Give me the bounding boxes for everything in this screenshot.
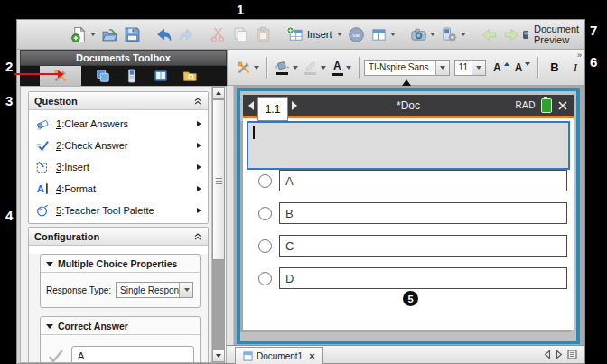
angle-mode-indicator: RAD bbox=[515, 100, 536, 110]
radio-button[interactable] bbox=[258, 272, 272, 285]
chevron-down-icon bbox=[90, 33, 96, 36]
question-text-box[interactable] bbox=[247, 121, 570, 170]
text-color-button[interactable]: A bbox=[329, 56, 354, 79]
handheld-preview-icon bbox=[523, 28, 529, 42]
copy-icon bbox=[232, 26, 249, 43]
page-tab[interactable]: 1.1 bbox=[257, 97, 288, 121]
insert-button[interactable]: Insert bbox=[284, 23, 345, 46]
variables-button[interactable]: var bbox=[345, 23, 368, 46]
undo-icon bbox=[155, 26, 173, 43]
toolbar-collapse-arrow[interactable] bbox=[402, 79, 411, 86]
tab-handheld[interactable] bbox=[125, 69, 139, 83]
correct-answer-input[interactable]: A bbox=[71, 346, 194, 363]
chevron-down-icon bbox=[440, 66, 445, 70]
document-tab[interactable]: Document1 × bbox=[235, 347, 323, 364]
documents-toolbox-header: Documents Toolbox bbox=[20, 50, 227, 86]
answer-text-box[interactable]: A bbox=[279, 170, 567, 191]
font-family-dropdown-button[interactable] bbox=[435, 61, 449, 75]
answer-text-box[interactable]: B bbox=[279, 202, 567, 224]
paint-bucket-icon bbox=[275, 60, 290, 75]
document-tools-button[interactable] bbox=[234, 56, 262, 79]
scrollbar-thumb[interactable] bbox=[212, 99, 225, 260]
question-panel-title: Question bbox=[34, 96, 193, 107]
page-layout-button[interactable] bbox=[368, 23, 398, 46]
font-family-select[interactable]: TI-Nspire Sans bbox=[364, 60, 450, 76]
tool-palette-icon bbox=[35, 203, 50, 218]
handheld-setup-button[interactable] bbox=[438, 23, 469, 46]
response-type-label: Response Type: bbox=[46, 285, 111, 295]
fill-color-button[interactable] bbox=[272, 56, 301, 79]
configuration-panel-header[interactable]: Configuration bbox=[29, 228, 208, 246]
menu-item-insert[interactable]: 3:Insert bbox=[29, 156, 208, 178]
answer-text-box[interactable]: D bbox=[279, 267, 567, 289]
correct-answer-title: Correct Answer bbox=[58, 321, 128, 331]
new-document-button[interactable] bbox=[68, 23, 98, 46]
text-cursor bbox=[253, 126, 255, 139]
increase-font-button[interactable]: A bbox=[490, 56, 512, 79]
save-icon bbox=[124, 26, 141, 43]
submenu-arrow-icon bbox=[197, 121, 201, 126]
submenu-arrow-icon bbox=[197, 186, 201, 191]
menu-item-clear-answers[interactable]: 1:Clear Answers bbox=[29, 113, 208, 135]
handheld-gear-icon bbox=[441, 26, 458, 43]
tab-utilities[interactable] bbox=[182, 69, 197, 83]
scroll-down-button[interactable] bbox=[212, 350, 225, 362]
bold-button[interactable]: B bbox=[543, 56, 565, 79]
save-document-button[interactable] bbox=[121, 23, 144, 46]
back-button[interactable] bbox=[478, 23, 500, 46]
collapse-chevron-icon[interactable] bbox=[193, 232, 202, 241]
insert-selection-icon bbox=[35, 160, 50, 174]
new-document-icon bbox=[70, 26, 88, 43]
document-preview-label: Document Preview bbox=[532, 23, 585, 45]
question-panel-header[interactable]: Question bbox=[29, 92, 208, 110]
chevron-down-icon bbox=[346, 66, 351, 70]
bold-label: B bbox=[546, 61, 563, 74]
decrease-font-button[interactable]: A bbox=[512, 56, 534, 79]
tab-page-sorter[interactable] bbox=[96, 69, 110, 83]
collapse-chevron-icon[interactable] bbox=[193, 97, 202, 106]
answer-text-box[interactable]: C bbox=[279, 235, 567, 257]
cut-button[interactable] bbox=[207, 23, 229, 46]
tab-content-explorer[interactable] bbox=[154, 69, 168, 83]
radio-button[interactable] bbox=[258, 207, 272, 220]
font-size-select[interactable]: 11 bbox=[454, 60, 486, 76]
font-size-dropdown-button[interactable] bbox=[472, 61, 485, 75]
radio-button[interactable] bbox=[258, 239, 272, 253]
redo-button[interactable] bbox=[175, 23, 198, 46]
close-page-icon[interactable] bbox=[557, 100, 568, 111]
callout-3: 3 bbox=[5, 93, 13, 108]
triangle-up-icon bbox=[504, 62, 509, 66]
correct-answer-header[interactable]: Correct Answer bbox=[41, 317, 200, 335]
documents-toolbox-panel: Question 1:Clear An bbox=[20, 86, 227, 363]
next-document-icon[interactable] bbox=[556, 350, 563, 359]
document-tab-bar: Document1 × bbox=[227, 345, 584, 363]
radio-button[interactable] bbox=[258, 174, 272, 188]
copy-button[interactable] bbox=[229, 23, 252, 46]
paste-button[interactable] bbox=[252, 23, 275, 46]
menu-item-format[interactable]: A 4:Format bbox=[29, 178, 208, 200]
forward-arrow-icon bbox=[503, 26, 520, 43]
forward-button[interactable] bbox=[500, 23, 523, 46]
pages-icon bbox=[96, 69, 110, 83]
undo-button[interactable] bbox=[153, 23, 175, 46]
font-family-value: TI-Nspire Sans bbox=[365, 62, 435, 72]
scroll-up-button[interactable] bbox=[212, 87, 225, 99]
scissors-icon bbox=[210, 26, 227, 43]
menu-item-check-answer[interactable]: 2:Check Answer bbox=[29, 135, 208, 156]
menu-item-teacher-tool-palette[interactable]: 5:Teacher Tool Palette bbox=[29, 200, 208, 221]
response-type-select[interactable]: Single Respon... bbox=[116, 282, 193, 298]
line-color-button[interactable] bbox=[301, 56, 329, 79]
toolbox-scrollbar[interactable] bbox=[211, 87, 225, 362]
previous-document-icon[interactable] bbox=[544, 350, 551, 359]
screen-capture-button[interactable] bbox=[407, 23, 438, 46]
toolbar-overflow-button[interactable]: » bbox=[577, 51, 582, 60]
document-list-icon[interactable] bbox=[567, 350, 577, 359]
callout-7: 7 bbox=[590, 23, 597, 38]
close-tab-button[interactable]: × bbox=[309, 350, 314, 361]
open-document-button[interactable] bbox=[98, 23, 121, 46]
response-type-dropdown-button[interactable] bbox=[179, 283, 192, 297]
toolbox-tab-strip bbox=[20, 66, 227, 86]
submenu-arrow-icon bbox=[197, 164, 201, 170]
document-preview-button[interactable]: Document Preview bbox=[523, 23, 595, 45]
multiple-choice-properties-header[interactable]: Multiple Choice Properties bbox=[41, 255, 200, 273]
